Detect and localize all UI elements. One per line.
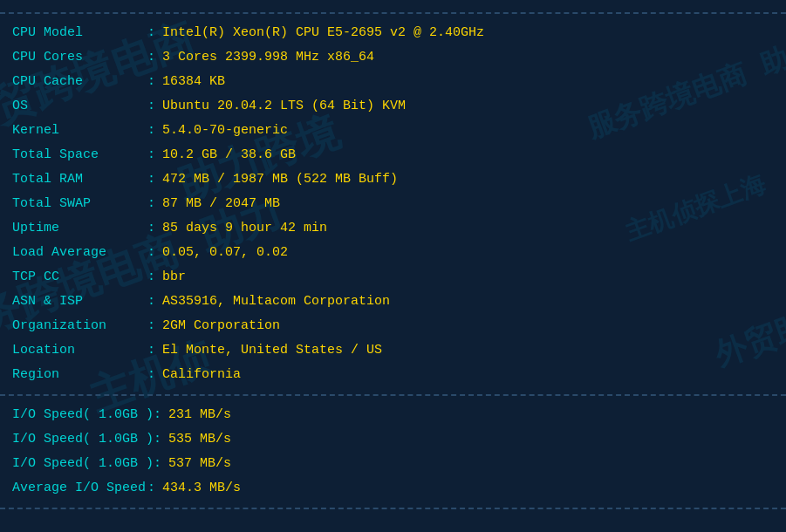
system-info-row: TCP CC:bbr xyxy=(0,265,786,290)
row-value: Intel(R) Xeon(R) CPU E5-2695 v2 @ 2.40GH… xyxy=(162,23,484,44)
row-value: 434.3 MB/s xyxy=(162,478,241,499)
io-info-row: I/O Speed( 1.0GB ):537 MB/s xyxy=(0,452,786,476)
row-label: OS xyxy=(12,96,147,117)
row-value: 535 MB/s xyxy=(168,429,231,450)
bottom-divider xyxy=(0,508,786,509)
row-colon: : xyxy=(147,194,155,215)
row-label: ASN & ISP xyxy=(12,291,147,312)
row-value: California xyxy=(162,365,241,385)
row-colon: : xyxy=(154,454,161,474)
row-colon: : xyxy=(147,169,155,190)
row-colon: : xyxy=(147,478,155,499)
row-value: 10.2 GB / 38.6 GB xyxy=(162,145,296,166)
row-colon: : xyxy=(147,23,155,44)
system-info-row: CPU Cores:3 Cores 2399.998 MHz x86_64 xyxy=(0,45,786,70)
row-colon: : xyxy=(147,47,155,68)
io-info-section: I/O Speed( 1.0GB ):231 MB/sI/O Speed( 1.… xyxy=(0,401,786,502)
system-info-row: Total Space:10.2 GB / 38.6 GB xyxy=(0,143,786,167)
row-label: TCP CC xyxy=(12,267,147,288)
row-label: Total Space xyxy=(12,145,147,166)
row-label: Load Average xyxy=(12,242,147,263)
row-label: CPU Model xyxy=(12,23,147,44)
system-info-row: Total SWAP:87 MB / 2047 MB xyxy=(0,192,786,216)
row-colon: : xyxy=(154,405,161,426)
row-colon: : xyxy=(147,96,155,117)
row-colon: : xyxy=(147,267,155,288)
system-info-row: Region:California xyxy=(0,363,786,387)
system-info-row: Location:El Monte, United States / US xyxy=(0,338,786,363)
row-value: 0.05, 0.07, 0.02 xyxy=(162,242,288,263)
row-colon: : xyxy=(147,72,155,92)
row-value: 16384 KB xyxy=(162,72,225,92)
row-value: 87 MB / 2047 MB xyxy=(162,194,280,215)
row-value: AS35916, Multacom Corporation xyxy=(162,291,390,312)
row-colon: : xyxy=(147,316,155,337)
row-value: El Monte, United States / US xyxy=(162,340,382,361)
system-info-row: Load Average:0.05, 0.07, 0.02 xyxy=(0,241,786,265)
row-label: CPU Cache xyxy=(12,72,147,92)
row-value: 231 MB/s xyxy=(168,405,231,426)
row-label: Uptime xyxy=(12,218,147,239)
row-label: Total RAM xyxy=(12,169,147,190)
system-info-row: Total RAM:472 MB / 1987 MB (522 MB Buff) xyxy=(0,167,786,192)
io-info-row: I/O Speed( 1.0GB ):231 MB/s xyxy=(0,403,786,427)
system-info-row: OS:Ubuntu 20.04.2 LTS (64 Bit) KVM xyxy=(0,94,786,119)
middle-divider xyxy=(0,394,786,396)
system-info-section: CPU Model:Intel(R) Xeon(R) CPU E5-2695 v… xyxy=(0,19,786,389)
row-colon: : xyxy=(154,429,161,450)
row-value: 537 MB/s xyxy=(168,454,231,474)
row-colon: : xyxy=(147,218,155,239)
row-label: CPU Cores xyxy=(12,47,147,68)
row-colon: : xyxy=(147,120,155,141)
row-colon: : xyxy=(147,242,155,263)
row-value: 85 days 9 hour 42 min xyxy=(162,218,327,239)
row-label: Average I/O Speed xyxy=(12,478,147,499)
row-value: 5.4.0-70-generic xyxy=(162,120,288,141)
row-colon: : xyxy=(147,365,155,385)
row-colon: : xyxy=(147,340,155,361)
main-container: 外贸跨境电商 助力跨境 服务跨境电商 助力 主机侦 服务跨境电商 助力 主机侦探… xyxy=(0,0,786,532)
io-info-row: Average I/O Speed:434.3 MB/s xyxy=(0,476,786,501)
row-label: I/O Speed( 1.0GB ) xyxy=(12,429,154,450)
row-label: I/O Speed( 1.0GB ) xyxy=(12,405,154,426)
row-label: Organization xyxy=(12,316,147,337)
top-divider xyxy=(0,12,786,14)
system-info-row: Kernel:5.4.0-70-generic xyxy=(0,119,786,143)
row-value: 3 Cores 2399.998 MHz x86_64 xyxy=(162,47,374,68)
row-label: Kernel xyxy=(12,120,147,141)
row-value: 2GM Corporation xyxy=(162,316,280,337)
system-info-row: Uptime:85 days 9 hour 42 min xyxy=(0,216,786,241)
system-info-row: Organization:2GM Corporation xyxy=(0,314,786,338)
system-info-row: CPU Model:Intel(R) Xeon(R) CPU E5-2695 v… xyxy=(0,21,786,45)
row-label: I/O Speed( 1.0GB ) xyxy=(12,454,154,474)
row-label: Total SWAP xyxy=(12,194,147,215)
row-value: Ubuntu 20.04.2 LTS (64 Bit) KVM xyxy=(162,96,406,117)
system-info-row: CPU Cache:16384 KB xyxy=(0,70,786,94)
row-value: bbr xyxy=(162,267,186,288)
system-info-row: ASN & ISP:AS35916, Multacom Corporation xyxy=(0,290,786,314)
row-value: 472 MB / 1987 MB (522 MB Buff) xyxy=(162,169,398,190)
row-colon: : xyxy=(147,291,155,312)
row-colon: : xyxy=(147,145,155,166)
row-label: Region xyxy=(12,365,147,385)
row-label: Location xyxy=(12,340,147,361)
io-info-row: I/O Speed( 1.0GB ):535 MB/s xyxy=(0,427,786,452)
